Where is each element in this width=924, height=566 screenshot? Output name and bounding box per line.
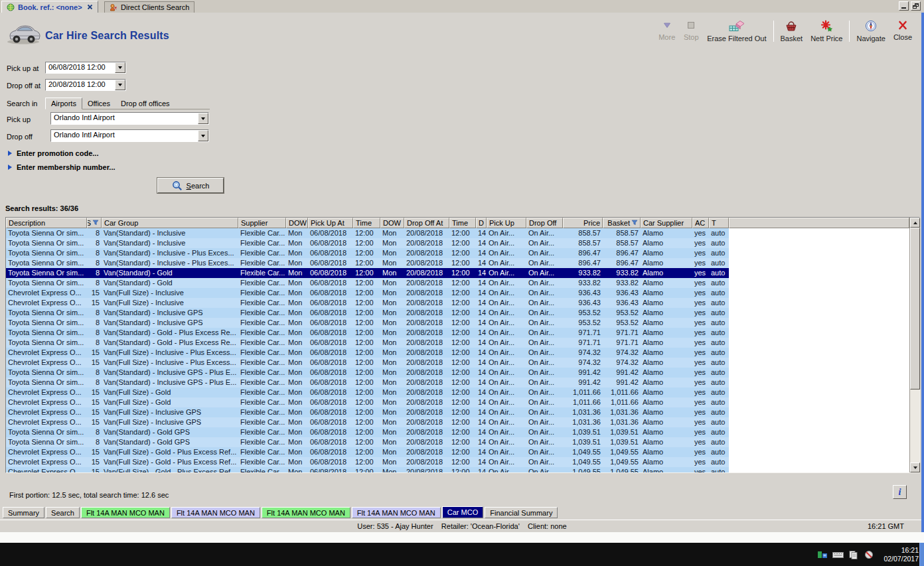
filter-funnel-icon[interactable]	[92, 219, 99, 227]
result-row[interactable]: Toyota Sienna Or sim...8Van(Standard) - …	[6, 308, 909, 318]
column-header-dow1[interactable]: DOW	[286, 218, 308, 228]
disconnected-tray-icon[interactable]	[864, 550, 874, 559]
pickup-location-combo[interactable]: Orlando Intl Airport	[50, 112, 209, 125]
column-header-time1[interactable]: Time	[353, 218, 380, 228]
cell-s: 15	[87, 457, 102, 467]
cell-dow1: Mon	[286, 338, 308, 348]
page-tab-search[interactable]: Search	[46, 507, 80, 518]
documents-tray-icon[interactable]	[848, 550, 859, 559]
column-header-pickupAt[interactable]: Pick Up At	[308, 218, 353, 228]
toolbar-button-navigate[interactable]: Navigate	[852, 19, 889, 44]
column-header-ac[interactable]: AC	[692, 218, 709, 228]
network-activity-tray-icon[interactable]	[817, 550, 828, 559]
filter-funnel-icon[interactable]	[631, 219, 638, 227]
result-row[interactable]: Toyota Sienna Or sim...8Van(Standard) - …	[6, 318, 909, 328]
page-tab-summary[interactable]: Summary	[3, 507, 44, 518]
result-row[interactable]: Chevrolet Express O...15Van(Full Size) -…	[6, 447, 909, 457]
result-row[interactable]: Toyota Sienna Or sim...8Van(Standard) - …	[6, 278, 909, 288]
page-tab-flt-14a-man-mco-man[interactable]: Flt 14A MAN MCO MAN	[352, 507, 441, 518]
result-row[interactable]: Chevrolet Express O...15Van(Full Size) -…	[6, 298, 909, 308]
column-header-basket[interactable]: Basket	[603, 218, 641, 228]
cell-pickup: On Air...	[487, 258, 526, 268]
result-row[interactable]: Toyota Sienna Or sim...8Van(Standard) - …	[6, 248, 909, 258]
column-header-t[interactable]: T	[709, 218, 729, 228]
cell-basket: 971.71	[603, 328, 641, 338]
toolbar-button-close[interactable]: Close	[889, 19, 916, 44]
taskbar-clock[interactable]: 16:21 02/07/2017	[884, 546, 919, 563]
result-row[interactable]: Chevrolet Express O...15Van(Full Size) -…	[6, 467, 909, 472]
result-row[interactable]: Chevrolet Express O...15Van(Full Size) -…	[6, 457, 909, 467]
dropoff-location-dropdown-icon[interactable]	[198, 130, 208, 141]
dropoff-at-dropdown-icon[interactable]	[115, 80, 125, 90]
result-row[interactable]: Toyota Sienna Or sim...8Van(Standard) - …	[6, 228, 909, 238]
scroll-down-icon[interactable]	[910, 462, 920, 472]
page-tab-flt-14a-man-mco-man[interactable]: Flt 14A MAN MCO MAN	[171, 507, 260, 518]
column-header-dow2[interactable]: DOW	[380, 218, 404, 228]
result-row[interactable]: Toyota Sienna Or sim...8Van(Standard) - …	[6, 258, 909, 268]
column-header-dropOffAt[interactable]: Drop Off At	[404, 218, 449, 228]
search-in-tab-airports[interactable]: Airports	[45, 98, 82, 109]
cell-t: auto	[709, 417, 729, 427]
search-button[interactable]: Search	[157, 178, 224, 193]
result-row[interactable]: Toyota Sienna Or sim...8Van(Standard) - …	[6, 427, 909, 437]
expander-arrow-icon	[8, 151, 12, 156]
promotion-code-expander[interactable]: Enter promotion code...	[8, 149, 98, 157]
page-tab-financial-summary[interactable]: Financial Summary	[485, 507, 558, 518]
document-tab-book-ref[interactable]: Book. ref.: <none>	[1, 1, 98, 13]
result-row[interactable]: Chevrolet Express O...15Van(Full Size) -…	[6, 417, 909, 427]
show-desktop-button[interactable]	[919, 543, 924, 566]
search-in-tab-drop-off-offices[interactable]: Drop off offices	[116, 98, 175, 109]
column-header-dropoff[interactable]: Drop Off	[526, 218, 563, 228]
column-header-time2[interactable]: Time	[449, 218, 476, 228]
result-row[interactable]: Toyota Sienna Or sim...8Van(Standard) - …	[6, 238, 909, 248]
page-tab-flt-14a-man-mco-man[interactable]: Flt 14A MAN MCO MAN	[81, 507, 170, 518]
pickup-location-dropdown-icon[interactable]	[198, 113, 208, 124]
search-in-tab-offices[interactable]: Offices	[82, 98, 116, 109]
column-header-carSupplier[interactable]: Car Supplier	[641, 218, 692, 228]
dropoff-location-combo[interactable]: Orlando Intl Airport	[50, 129, 209, 142]
cell-carSupplier: Alamo	[641, 288, 692, 298]
cell-pickupAt: 06/08/2018	[308, 268, 353, 278]
result-row[interactable]: Toyota Sienna Or sim...8Van(Standard) - …	[6, 378, 909, 388]
cell-dow2: Mon	[380, 358, 404, 368]
membership-number-expander[interactable]: Enter membership number...	[8, 163, 116, 171]
column-header-supplier[interactable]: Supplier	[238, 218, 286, 228]
info-button[interactable]: i	[893, 485, 907, 499]
document-tab-direct-clients[interactable]: Direct Clients Search	[104, 1, 194, 13]
scroll-up-icon[interactable]	[910, 218, 920, 228]
column-header-price[interactable]: Price	[563, 218, 603, 228]
cell-price: 953.52	[563, 318, 603, 328]
pickup-at-combo[interactable]: 06/08/2018 12:00	[45, 62, 126, 74]
result-row[interactable]: Chevrolet Express O...15Van(Full Size) -…	[6, 348, 909, 358]
result-row[interactable]: Chevrolet Express O...15Van(Full Size) -…	[6, 388, 909, 397]
column-header-pickup[interactable]: Pick Up	[487, 218, 526, 228]
minimize-window-icon[interactable]	[899, 1, 909, 11]
restore-window-icon[interactable]	[911, 1, 921, 11]
keyboard-tray-icon[interactable]	[832, 550, 844, 559]
pickup-at-dropdown-icon[interactable]	[115, 62, 125, 73]
result-row[interactable]: Chevrolet Express O...15Van(Full Size) -…	[6, 288, 909, 298]
page-tab-car-mco[interactable]: Car MCO	[442, 506, 483, 518]
result-row[interactable]: Chevrolet Express O...15Van(Full Size) -…	[6, 397, 909, 407]
cell-ac: yes	[692, 368, 709, 378]
result-row[interactable]: Chevrolet Express O...15Van(Full Size) -…	[6, 358, 909, 368]
cell-dow2: Mon	[380, 407, 404, 417]
column-header-group[interactable]: Car Group	[102, 218, 238, 228]
page-tab-flt-14a-man-mco-man[interactable]: Flt 14A MAN MCO MAN	[262, 507, 350, 518]
dropoff-at-combo[interactable]: 20/08/2018 12:00	[45, 79, 126, 91]
result-row[interactable]: Toyota Sienna Or sim...8Van(Standard) - …	[6, 368, 909, 378]
result-row[interactable]: Toyota Sienna Or sim...8Van(Standard) - …	[6, 328, 909, 338]
toolbar-button-erase-filtered-out[interactable]: Erase Filtered Out	[703, 19, 770, 44]
vertical-scrollbar[interactable]	[909, 218, 919, 472]
result-row[interactable]: Toyota Sienna Or sim...8Van(Standard) - …	[6, 437, 909, 447]
result-row[interactable]: Chevrolet Express O...15Van(Full Size) -…	[6, 407, 909, 417]
result-row[interactable]: Toyota Sienna Or sim...8Van(Standard) - …	[6, 338, 909, 348]
toolbar-button-nett-price[interactable]: Nett Price	[807, 19, 846, 44]
column-header-s[interactable]: S	[87, 218, 102, 228]
result-row-selected[interactable]: Toyota Sienna Or sim...8Van(Standard) - …	[6, 268, 909, 278]
tab-close-icon[interactable]	[87, 4, 93, 10]
column-header-d[interactable]: D	[476, 218, 487, 228]
toolbar-button-basket[interactable]: Basket	[777, 19, 807, 44]
column-header-desc[interactable]: Description	[6, 218, 87, 228]
scrollbar-thumb[interactable]	[910, 228, 920, 389]
